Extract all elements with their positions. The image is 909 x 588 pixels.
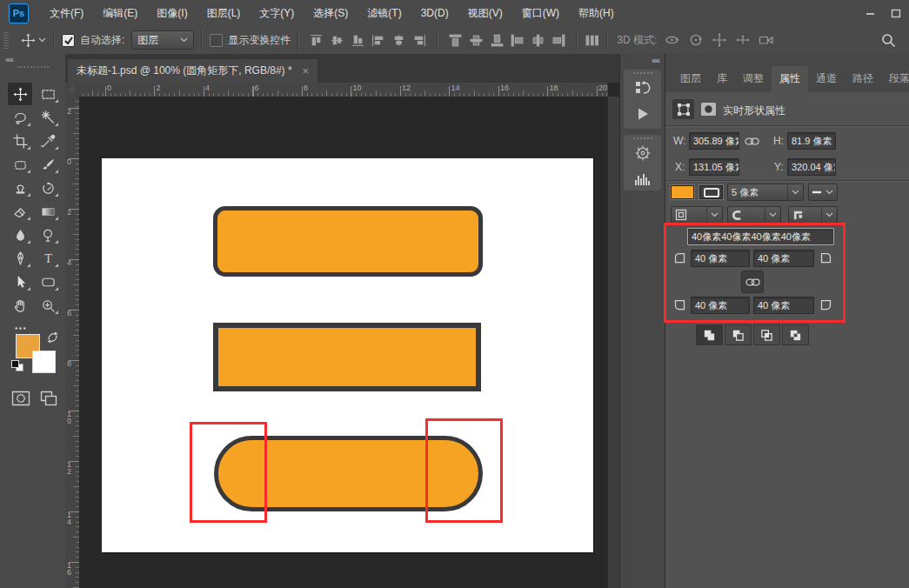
zoom-tool[interactable]: [36, 294, 60, 317]
actions-panel-icon[interactable]: [624, 101, 661, 127]
clone-stamp-tool[interactable]: [8, 177, 32, 199]
rectangular-marquee-tool[interactable]: [36, 83, 60, 105]
align-top-edges-icon[interactable]: [309, 33, 324, 48]
close-tab-icon[interactable]: ×: [303, 65, 310, 77]
3d-panel-icon[interactable]: [624, 140, 661, 166]
distribute-top-edges-icon[interactable]: [448, 33, 463, 48]
panel-drag-handle[interactable]: [633, 137, 652, 139]
distribute-horizontal-centers-icon[interactable]: [531, 33, 545, 48]
align-horizontal-centers-icon[interactable]: [391, 33, 406, 48]
crop-tool[interactable]: [8, 130, 32, 152]
height-field[interactable]: 81.9 像素: [787, 132, 836, 150]
3d-slide-icon[interactable]: [735, 32, 751, 48]
maximize-button[interactable]: [883, 0, 909, 26]
x-field[interactable]: 131.05 像素: [689, 158, 739, 176]
history-brush-tool[interactable]: [36, 177, 60, 199]
search-icon[interactable]: [881, 33, 896, 48]
gradient-tool[interactable]: [36, 200, 60, 223]
canvas-page[interactable]: [102, 158, 593, 552]
tab-adjustments[interactable]: 调整: [735, 66, 772, 92]
canvas-viewport[interactable]: [79, 97, 608, 588]
menu-file[interactable]: 文件(F): [40, 0, 93, 26]
options-grip[interactable]: [3, 31, 9, 49]
distribute-spacing-icon[interactable]: [585, 33, 599, 48]
distribute-left-edges-icon[interactable]: [510, 33, 525, 48]
tools-drag-handle[interactable]: [17, 66, 49, 68]
3d-camera-icon[interactable]: [759, 33, 775, 47]
screen-mode-icon[interactable]: [37, 389, 60, 408]
show-transform-checkbox[interactable]: [210, 34, 223, 47]
auto-select-dropdown[interactable]: 图层: [131, 30, 194, 50]
tab-paths[interactable]: 路径: [845, 66, 881, 92]
eraser-tool[interactable]: [8, 200, 32, 223]
menu-window[interactable]: 窗口(W): [512, 0, 569, 26]
menu-image[interactable]: 图像(I): [147, 0, 197, 26]
history-panel-icon[interactable]: [624, 75, 661, 101]
fill-color-swatch[interactable]: [671, 185, 694, 199]
brush-tool[interactable]: [36, 153, 60, 176]
hand-tool[interactable]: [8, 294, 32, 317]
menu-edit[interactable]: 编辑(E): [93, 0, 147, 26]
stroke-corners-select[interactable]: [788, 206, 838, 224]
menu-view[interactable]: 视图(V): [458, 0, 512, 26]
wh-link-icon[interactable]: [744, 134, 759, 148]
exclude-overlapping-shapes-button[interactable]: [782, 324, 809, 345]
document-tab[interactable]: 未标题-1.psd @ 100% (圆角矩形下, RGB/8#) * ×: [68, 59, 317, 83]
shape-rounded-rectangle[interactable]: [213, 206, 483, 277]
align-left-edges-icon[interactable]: [371, 33, 385, 48]
menu-type[interactable]: 文字(Y): [250, 0, 304, 26]
ruler-origin-corner[interactable]: [65, 83, 80, 97]
blur-tool[interactable]: [8, 224, 32, 246]
align-bottom-edges-icon[interactable]: [351, 33, 365, 48]
distribute-bottom-edges-icon[interactable]: [490, 33, 505, 48]
3d-pan-icon[interactable]: [712, 32, 727, 48]
3d-orbit-icon[interactable]: [664, 32, 680, 48]
swap-colors-icon[interactable]: [46, 331, 59, 344]
background-color-swatch[interactable]: [32, 351, 56, 373]
distribute-right-edges-icon[interactable]: [551, 33, 566, 48]
intersect-shapes-button[interactable]: [753, 324, 780, 345]
quick-selection-tool[interactable]: [36, 106, 60, 129]
width-field[interactable]: 305.89 像素: [689, 132, 739, 150]
menu-help[interactable]: 帮助(H): [569, 0, 624, 26]
auto-select-checkbox[interactable]: [62, 34, 75, 47]
tab-layers[interactable]: 图层: [672, 66, 709, 92]
tab-properties[interactable]: 属性: [772, 66, 808, 92]
3d-roll-icon[interactable]: [688, 32, 704, 48]
pen-tool[interactable]: [8, 247, 32, 270]
stroke-caps-select[interactable]: [727, 206, 781, 224]
dodge-tool[interactable]: [36, 224, 60, 246]
menu-layer[interactable]: 图层(L): [197, 0, 251, 26]
tab-paragraph[interactable]: 段落: [881, 66, 909, 92]
align-vertical-centers-icon[interactable]: [330, 33, 344, 48]
quick-mask-icon[interactable]: [10, 389, 32, 408]
lasso-tool[interactable]: [8, 106, 32, 129]
menu-select[interactable]: 选择(S): [304, 0, 358, 26]
menu-filter[interactable]: 滤镜(T): [358, 0, 411, 26]
panel-drag-handle[interactable]: [633, 72, 652, 74]
subtract-front-shape-button[interactable]: [725, 324, 752, 345]
move-tool[interactable]: [8, 83, 32, 105]
healing-patch-tool[interactable]: [8, 153, 32, 176]
tool-preset-chevron-icon[interactable]: [38, 37, 46, 43]
align-right-edges-icon[interactable]: [412, 33, 427, 48]
tab-channels[interactable]: 通道: [808, 66, 845, 92]
collapse-tools-icon[interactable]: ««: [0, 54, 65, 65]
combine-shapes-button[interactable]: [696, 324, 723, 345]
vertical-scrollbar[interactable]: [607, 97, 619, 588]
live-shape-properties-icon[interactable]: [672, 99, 694, 119]
stroke-align-select[interactable]: [671, 206, 723, 224]
stroke-color-swatch[interactable]: [699, 185, 723, 199]
path-selection-tool[interactable]: [8, 271, 32, 293]
type-tool[interactable]: T: [36, 247, 60, 270]
distribute-vertical-centers-icon[interactable]: [469, 33, 484, 48]
collapse-panels-icon[interactable]: ««: [620, 54, 665, 67]
eyedropper-tool[interactable]: [36, 130, 60, 152]
tab-libraries[interactable]: 库: [709, 66, 735, 92]
rounded-rectangle-tool[interactable]: [36, 271, 60, 293]
stroke-type-select[interactable]: [808, 184, 838, 201]
histogram-panel-icon[interactable]: [624, 166, 661, 192]
masks-icon[interactable]: [698, 99, 719, 119]
minimize-button[interactable]: [857, 0, 883, 26]
default-colors-icon[interactable]: [11, 360, 24, 372]
